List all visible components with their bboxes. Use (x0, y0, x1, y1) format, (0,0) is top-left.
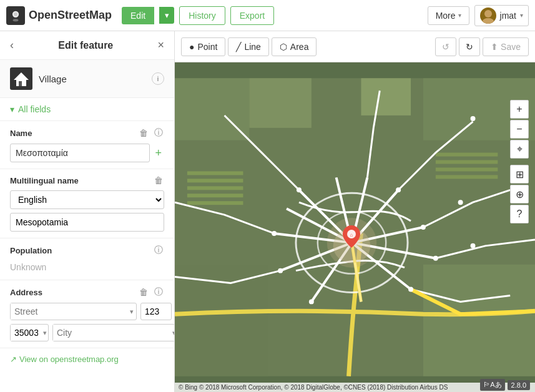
svg-point-36 (272, 231, 277, 236)
population-actions: ⓘ (153, 245, 164, 256)
name-info-button[interactable]: ⓘ (153, 127, 164, 139)
svg-point-31 (421, 225, 426, 230)
population-info-button[interactable]: ⓘ (153, 245, 164, 256)
area-icon: ⬡ (280, 42, 287, 52)
user-menu[interactable]: jmat ▾ (474, 5, 529, 26)
transform-button[interactable]: ⊕ (510, 185, 529, 203)
user-name: jmat (500, 11, 516, 21)
svg-point-3 (484, 10, 492, 17)
upload-icon: ⬆ (491, 42, 498, 52)
address-street-input[interactable] (11, 303, 127, 320)
name-field-actions: 🗑 ⓘ (138, 127, 164, 139)
address-street-wrap: ▾ (10, 303, 137, 320)
view-link-section: ↗ View on openstreetmap.org (0, 348, 174, 370)
svg-text:⌂: ⌂ (350, 232, 353, 238)
gps-button[interactable]: ⌖ (510, 140, 529, 159)
map-area: ● Point ╱ Line ⬡ Area ↺ ↻ ⬆ Save (175, 31, 535, 392)
language-toggle[interactable]: 🏳Aあ (480, 379, 504, 391)
help-button[interactable]: ? (510, 205, 529, 223)
svg-rect-17 (187, 186, 243, 190)
avatar (480, 7, 496, 24)
map-toolbar: ● Point ╱ Line ⬡ Area ↺ ↻ ⬆ Save (175, 31, 535, 62)
feature-info-button[interactable]: i (152, 72, 164, 85)
zoom-out-button[interactable]: − (510, 120, 529, 139)
history-button[interactable]: History (179, 6, 225, 25)
svg-point-37 (458, 200, 463, 205)
svg-rect-19 (187, 201, 243, 205)
svg-point-1 (14, 12, 17, 16)
external-link-icon: ↗ (10, 355, 17, 364)
save-button[interactable]: ⬆ Save (483, 37, 529, 56)
version-badge: 2.8.0 (508, 380, 530, 390)
area-tool-button[interactable]: ⬡ Area (272, 37, 317, 56)
edit-dropdown-button[interactable]: ▾ (159, 7, 174, 24)
map-controls: + − ⌖ ⊞ ⊕ ? (510, 100, 529, 223)
point-icon: ● (189, 42, 194, 52)
logo-text: OpenStreetMap (29, 9, 112, 22)
name-delete-button[interactable]: 🗑 (138, 127, 149, 139)
svg-rect-18 (187, 194, 243, 197)
undo-button[interactable]: ↺ (435, 37, 456, 56)
layers-button[interactable]: ⊞ (510, 165, 529, 184)
address-info-button[interactable]: ⓘ (153, 287, 164, 298)
logo-icon (6, 6, 25, 25)
back-button[interactable]: ‹ (10, 39, 14, 52)
svg-point-32 (433, 256, 438, 261)
chevron-down-icon: ▾ (10, 104, 14, 114)
export-button[interactable]: Export (230, 6, 274, 25)
sidebar-title: Edit feature (58, 40, 113, 51)
name-input[interactable] (10, 144, 150, 162)
address-row2: ▾ ▾ (10, 324, 164, 341)
address-city-input[interactable] (53, 325, 170, 341)
name-add-button[interactable]: + (152, 147, 164, 160)
address-zip-input[interactable] (11, 325, 42, 341)
address-number-input[interactable] (140, 303, 172, 320)
population-section: Population ⓘ Unknown (0, 238, 174, 280)
point-tool-button[interactable]: ● Point (181, 37, 225, 56)
line-tool-button[interactable]: ╱ Line (228, 37, 268, 56)
address-row1: ▾ (10, 303, 164, 320)
address-label: Address (10, 288, 42, 297)
redo-button[interactable]: ↻ (459, 37, 480, 56)
more-button[interactable]: More ▾ (428, 6, 469, 25)
address-actions: 🗑 ⓘ (138, 287, 164, 298)
main-content: ‹ Edit feature × Village i ▾ All fields (0, 31, 535, 392)
address-city-wrap: ▾ (52, 324, 175, 341)
multilingual-value-input[interactable] (10, 213, 164, 232)
svg-rect-20 (436, 153, 498, 157)
app-header: OpenStreetMap Edit ▾ History Export More… (0, 0, 535, 31)
sidebar: ‹ Edit feature × Village i ▾ All fields (0, 31, 175, 392)
feature-type-row: Village i (0, 60, 174, 98)
svg-rect-15 (187, 171, 243, 175)
view-on-osm-link[interactable]: ↗ View on openstreetmap.org (10, 355, 164, 364)
location-marker: ⌂ (343, 225, 360, 250)
city-dropdown-button[interactable]: ▾ (170, 329, 175, 337)
address-header: Address 🗑 ⓘ (10, 287, 164, 298)
svg-rect-22 (436, 167, 498, 171)
population-header: Population ⓘ (10, 245, 164, 256)
zoom-in-button[interactable]: + (510, 100, 529, 119)
language-select[interactable]: English French German Spanish (10, 190, 164, 209)
edit-button[interactable]: Edit (122, 7, 154, 24)
svg-point-30 (396, 187, 401, 192)
svg-point-2 (13, 19, 19, 21)
map-image[interactable]: ⌂ + − ⌖ ⊞ ⊕ ? © Bing © 2018 Microsoft Co… (175, 62, 535, 392)
sidebar-header: ‹ Edit feature × (0, 31, 174, 60)
population-label: Population (10, 246, 52, 255)
svg-marker-6 (14, 72, 29, 80)
svg-rect-16 (187, 179, 243, 182)
all-fields-toggle[interactable]: ▾ All fields (0, 98, 174, 121)
multilingual-section: Multilingual name 🗑 English French Germa… (0, 169, 174, 238)
address-section: Address 🗑 ⓘ ▾ ▾ (0, 280, 174, 348)
name-input-row: + (10, 144, 164, 162)
street-dropdown-button[interactable]: ▾ (127, 308, 136, 316)
address-zip-wrap: ▾ (10, 324, 49, 341)
close-button[interactable]: × (157, 39, 164, 52)
address-delete-button[interactable]: 🗑 (138, 287, 149, 298)
svg-point-33 (408, 287, 413, 292)
multilingual-header: Multilingual name 🗑 (10, 175, 164, 185)
svg-point-4 (483, 18, 494, 24)
zip-dropdown-button[interactable]: ▾ (42, 329, 48, 337)
multilingual-delete-button[interactable]: 🗑 (153, 175, 164, 185)
name-label: Name (10, 129, 32, 138)
